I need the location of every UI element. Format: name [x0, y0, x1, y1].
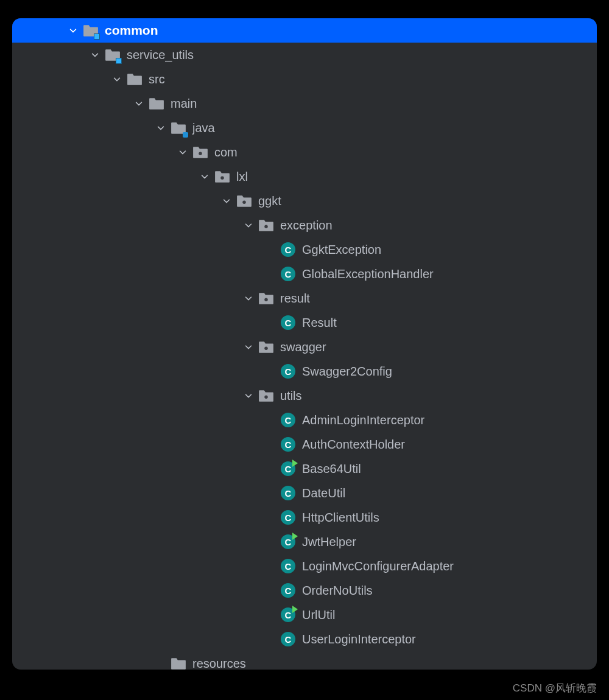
class-icon: C — [280, 242, 296, 257]
package-icon — [214, 169, 230, 184]
tree-node-adminlogininterceptor[interactable]: CAdminLoginInterceptor — [12, 408, 597, 432]
class-icon: C — [280, 315, 296, 331]
tree-node-userlogininterceptor[interactable]: CUserLoginInterceptor — [12, 627, 597, 651]
chevron-down-icon[interactable] — [111, 73, 123, 85]
class-icon: C — [280, 266, 296, 282]
tree-node-label: resources — [192, 657, 246, 670]
resource-folder-icon — [171, 656, 186, 670]
tree-node-label: Swagger2Config — [302, 365, 392, 379]
tree-node-label: GlobalExceptionHandler — [302, 267, 434, 281]
project-tree[interactable]: commonservice_utilssrcmainjavacomlxlggkt… — [12, 18, 597, 670]
tree-node-label: GgktException — [302, 243, 381, 257]
runnable-class-icon: C — [280, 461, 296, 477]
chevron-down-icon[interactable] — [242, 219, 255, 231]
tree-node-label: Base64Util — [302, 462, 361, 476]
tree-node-label: OrderNoUtils — [302, 584, 373, 598]
tree-node-src[interactable]: src — [12, 67, 597, 91]
runnable-class-icon: C — [280, 607, 296, 623]
runnable-class-icon: C — [280, 534, 296, 550]
tree-node-label: exception — [280, 219, 333, 233]
source-folder-icon — [171, 120, 186, 136]
chevron-down-icon[interactable] — [242, 292, 255, 304]
svg-point-5 — [264, 346, 267, 349]
tree-node-base64util[interactable]: CBase64Util — [12, 457, 597, 481]
tree-node-ordernoutils[interactable]: COrderNoUtils — [12, 578, 597, 603]
tree-node-swagger2config[interactable]: CSwagger2Config — [12, 359, 597, 383]
class-icon: C — [280, 509, 296, 525]
svg-point-6 — [264, 395, 267, 398]
package-icon — [258, 339, 274, 355]
tree-node-jwthelper[interactable]: CJwtHelper — [12, 530, 597, 554]
tree-node-label: com — [214, 145, 238, 159]
module-folder-icon — [105, 47, 121, 63]
tree-node-label: JwtHelper — [302, 535, 356, 549]
tree-node-label: DateUtil — [302, 486, 345, 500]
tree-node-common[interactable]: common — [12, 18, 597, 43]
package-icon — [258, 290, 274, 306]
svg-point-2 — [242, 200, 245, 203]
folder-icon — [127, 71, 143, 87]
chevron-down-icon[interactable] — [242, 390, 255, 402]
chevron-down-icon[interactable] — [177, 146, 189, 158]
chevron-down-icon[interactable] — [220, 195, 233, 207]
class-icon: C — [280, 558, 296, 574]
project-tree-panel: commonservice_utilssrcmainjavacomlxlggkt… — [12, 18, 597, 670]
tree-node-globalexceptionhandler[interactable]: CGlobalExceptionHandler — [12, 262, 597, 286]
package-icon — [258, 388, 274, 404]
tree-node-result[interactable]: result — [12, 286, 597, 310]
chevron-down-icon[interactable] — [89, 49, 101, 61]
package-icon — [258, 217, 274, 233]
tree-node-label: java — [192, 121, 215, 135]
svg-point-4 — [264, 298, 267, 301]
chevron-down-icon[interactable] — [242, 341, 255, 353]
tree-node-resources[interactable]: resources — [12, 651, 597, 670]
tree-node-label: common — [105, 23, 158, 38]
tree-node-label: result — [280, 292, 310, 306]
tree-node-main[interactable]: main — [12, 91, 597, 116]
tree-node-authcontextholder[interactable]: CAuthContextHolder — [12, 432, 597, 457]
watermark-text: CSDN @风斩晚霞 — [513, 681, 597, 695]
tree-node-ggktexception[interactable]: CGgktException — [12, 237, 597, 262]
tree-node-lxl[interactable]: lxl — [12, 164, 597, 189]
tree-node-label: AdminLoginInterceptor — [302, 413, 424, 427]
tree-node-label: utils — [280, 389, 302, 403]
tree-node-label: AuthContextHolder — [302, 438, 405, 452]
tree-node-label: UrlUtil — [302, 608, 335, 622]
tree-node-label: service_utils — [127, 48, 194, 62]
svg-point-1 — [220, 176, 224, 179]
class-icon: C — [280, 485, 296, 501]
chevron-down-icon[interactable] — [155, 122, 167, 134]
tree-node-label: ggkt — [258, 194, 281, 208]
tree-node-result[interactable]: CResult — [12, 310, 597, 335]
chevron-down-icon[interactable] — [67, 24, 79, 37]
tree-node-utils[interactable]: utils — [12, 383, 597, 408]
tree-node-java[interactable]: java — [12, 116, 597, 140]
svg-point-3 — [264, 225, 267, 228]
class-icon: C — [280, 363, 296, 379]
tree-node-swagger[interactable]: swagger — [12, 335, 597, 359]
chevron-down-icon[interactable] — [133, 97, 145, 110]
tree-node-dateutil[interactable]: CDateUtil — [12, 481, 597, 505]
tree-node-label: HttpClientUtils — [302, 511, 379, 525]
tree-node-loginmvcconfigureradapter[interactable]: CLoginMvcConfigurerAdapter — [12, 554, 597, 578]
svg-point-0 — [199, 152, 202, 155]
class-icon: C — [280, 583, 296, 598]
tree-node-label: UserLoginInterceptor — [302, 632, 416, 646]
tree-node-exception[interactable]: exception — [12, 213, 597, 237]
folder-icon — [149, 96, 164, 111]
tree-node-label: Result — [302, 316, 337, 330]
tree-node-urlutil[interactable]: CUrlUtil — [12, 603, 597, 627]
tree-node-label: main — [171, 97, 197, 111]
module-folder-icon — [83, 23, 99, 38]
package-icon — [236, 193, 252, 209]
class-icon: C — [280, 631, 296, 647]
tree-node-ggkt[interactable]: ggkt — [12, 189, 597, 213]
tree-node-label: swagger — [280, 340, 326, 354]
tree-node-service-utils[interactable]: service_utils — [12, 43, 597, 67]
tree-node-com[interactable]: com — [12, 140, 597, 164]
chevron-down-icon[interactable] — [199, 170, 211, 183]
tree-node-httpclientutils[interactable]: CHttpClientUtils — [12, 505, 597, 530]
tree-node-label: src — [149, 72, 165, 86]
class-icon: C — [280, 412, 296, 428]
package-icon — [192, 144, 208, 160]
